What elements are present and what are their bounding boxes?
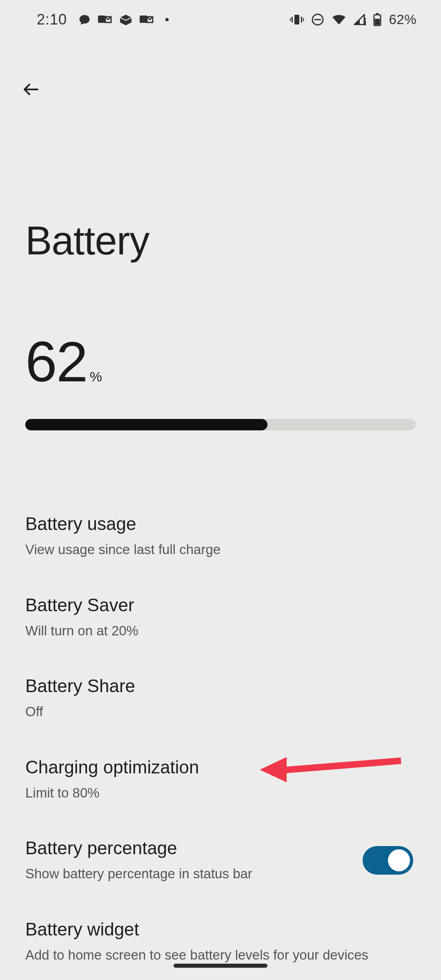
svg-rect-5 xyxy=(301,17,302,22)
svg-point-2 xyxy=(165,18,169,21)
back-button[interactable] xyxy=(21,80,41,99)
svg-rect-14 xyxy=(375,19,380,25)
item-sub: Show battery percentage in status bar xyxy=(25,858,252,883)
battery-percent: 62 % xyxy=(25,333,416,390)
annotation-arrow-icon xyxy=(258,751,405,788)
item-battery-widget[interactable]: Battery widget Add to home screen to see… xyxy=(25,901,416,980)
svg-rect-7 xyxy=(303,18,304,21)
svg-rect-6 xyxy=(290,18,291,21)
svg-rect-1 xyxy=(140,16,147,23)
status-bar: 2:10 62% xyxy=(0,0,441,39)
item-sub: Limit to 80% xyxy=(25,777,199,802)
wifi-icon xyxy=(332,14,346,25)
settings-list: Battery usage View usage since last full… xyxy=(25,430,416,980)
status-battery-text: 62% xyxy=(389,12,416,27)
package-icon xyxy=(119,14,132,25)
item-battery-usage[interactable]: Battery usage View usage since last full… xyxy=(25,496,416,577)
item-title: Battery Share xyxy=(25,676,135,696)
status-time: 2:10 xyxy=(37,11,67,28)
page: Battery 62 % Battery usage View usage si… xyxy=(0,39,441,980)
item-sub: Off xyxy=(25,696,135,721)
svg-rect-13 xyxy=(376,13,379,15)
chat-bubble-icon xyxy=(78,13,91,26)
item-title: Battery widget xyxy=(25,919,368,940)
svg-rect-3 xyxy=(294,15,299,24)
item-sub: Will turn on at 20% xyxy=(25,615,138,640)
battery-bar-fill xyxy=(25,419,267,430)
svg-rect-0 xyxy=(98,16,105,23)
battery-percent-symbol: % xyxy=(90,369,102,385)
page-title: Battery xyxy=(25,99,416,264)
nav-bar-pill[interactable] xyxy=(174,964,267,968)
item-charging-optimization[interactable]: Charging optimization Limit to 80% xyxy=(25,739,416,820)
battery-bar-track xyxy=(25,419,416,430)
battery-icon xyxy=(373,13,381,26)
battery-percentage-toggle[interactable] xyxy=(363,846,413,875)
cell-signal-icon xyxy=(354,14,366,25)
item-title: Battery percentage xyxy=(25,838,252,858)
item-battery-percentage[interactable]: Battery percentage Show battery percenta… xyxy=(25,820,416,901)
dnd-icon xyxy=(311,13,324,26)
battery-percent-value: 62 xyxy=(25,333,87,390)
svg-point-11 xyxy=(364,18,366,20)
item-sub: Add to home screen to see battery levels… xyxy=(25,940,368,964)
item-battery-saver[interactable]: Battery Saver Will turn on at 20% xyxy=(25,577,416,658)
vibrate-icon xyxy=(290,13,304,26)
battery-hero: 62 % xyxy=(25,264,416,430)
dot-icon xyxy=(165,18,169,22)
arrow-left-icon xyxy=(21,80,41,99)
svg-line-15 xyxy=(278,761,401,771)
item-title: Battery usage xyxy=(25,514,220,534)
back-row xyxy=(25,39,416,99)
outlook-icon xyxy=(98,14,112,25)
svg-rect-4 xyxy=(292,17,293,22)
svg-rect-10 xyxy=(364,20,366,25)
status-right: 62% xyxy=(290,12,416,27)
item-title: Battery Saver xyxy=(25,595,138,615)
status-left: 2:10 xyxy=(37,11,169,28)
item-title: Charging optimization xyxy=(25,757,199,777)
item-sub: View usage since last full charge xyxy=(25,534,220,559)
toggle-knob xyxy=(388,849,410,871)
item-battery-share[interactable]: Battery Share Off xyxy=(25,658,416,739)
outlook-icon-2 xyxy=(140,14,154,25)
